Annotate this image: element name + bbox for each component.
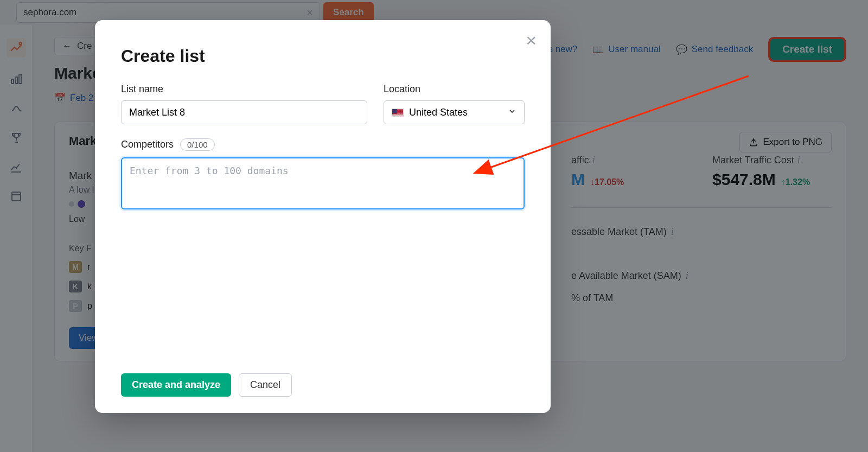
location-value: United States bbox=[409, 107, 468, 118]
modal-title: Create list bbox=[121, 46, 525, 66]
create-and-analyze-button[interactable]: Create and analyze bbox=[121, 373, 231, 397]
location-select[interactable]: United States bbox=[384, 100, 525, 124]
close-icon[interactable]: × bbox=[526, 31, 537, 49]
location-label: Location bbox=[384, 84, 525, 95]
list-name-input[interactable] bbox=[121, 100, 367, 124]
create-list-modal: × Create list List name Location United … bbox=[95, 20, 551, 413]
chevron-down-icon bbox=[508, 107, 516, 118]
flag-us-icon bbox=[392, 109, 404, 117]
list-name-label: List name bbox=[121, 84, 367, 95]
competitors-label: Competitors bbox=[121, 139, 174, 150]
competitors-input[interactable] bbox=[121, 157, 525, 209]
cancel-button[interactable]: Cancel bbox=[239, 373, 292, 397]
competitors-count-badge: 0/100 bbox=[180, 138, 215, 151]
